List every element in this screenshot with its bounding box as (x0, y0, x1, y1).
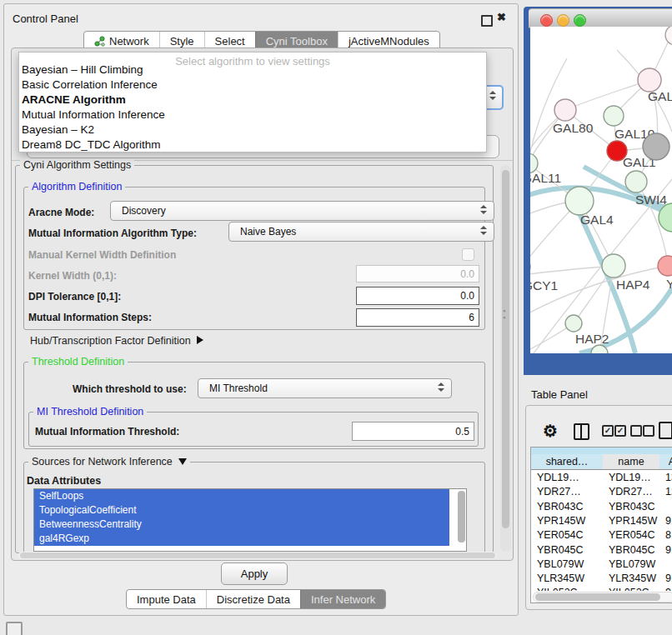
table-cell: YBR043C (603, 500, 659, 514)
network-window-titlebar[interactable] (529, 8, 672, 28)
settings-horizontal-scrollbar-thumb[interactable] (20, 552, 495, 558)
close-window-icon[interactable] (540, 14, 553, 27)
table-horizontal-scrollbar-thumb[interactable] (535, 593, 660, 601)
network-node[interactable] (625, 171, 647, 192)
table-cell: 9. (659, 586, 672, 591)
algorithm-option[interactable]: Mutual Information Inference (22, 108, 165, 121)
table-cell: YBR043C (531, 500, 603, 514)
aracne-mode-value: Discovery (122, 205, 166, 217)
tab-label: Select (215, 35, 245, 48)
algorithm-option[interactable]: Bayesian – K2 (22, 123, 94, 136)
aracne-mode-combo[interactable]: Discovery (110, 201, 494, 221)
table-horizontal-scrollbar[interactable] (533, 592, 672, 602)
algorithm-option[interactable]: Bayesian – Hill Climbing (22, 63, 143, 76)
network-node[interactable] (665, 27, 672, 45)
gear-icon[interactable]: ⚙ (543, 421, 558, 441)
network-node[interactable] (565, 315, 582, 332)
table-column-header[interactable]: shared… (531, 454, 604, 470)
algorithm-option[interactable]: Basic Correlation Inference (22, 78, 158, 91)
network-edge[interactable] (565, 80, 649, 110)
data-attributes-list[interactable]: SelfLoopsTopologicalCoefficientBetweenne… (33, 488, 467, 552)
table-cell: YDL19… (603, 471, 659, 485)
table-cell: YBR045C (603, 543, 659, 558)
mi-steps-field[interactable]: 6 (356, 308, 479, 327)
table-cell (659, 558, 672, 572)
table-rows: YDL19…YDL19…13YDR27…YDR27…12YBR043CYBR04… (531, 469, 672, 591)
hub-definition-expander[interactable]: Hub/Transcription Factor Definition (30, 335, 203, 347)
mi-threshold-field[interactable]: 0.5 (352, 422, 474, 441)
table-cell: YLR345W (531, 572, 603, 586)
table-cell: YIL052C (603, 586, 659, 591)
table-row[interactable]: YLR345WYLR345W9. (531, 572, 672, 586)
float-window-icon[interactable] (481, 15, 493, 27)
which-threshold-combo[interactable]: MI Threshold (198, 378, 452, 398)
table-row[interactable]: YIL052CYIL052C9. (531, 586, 672, 591)
table-column-header[interactable]: name (603, 454, 660, 470)
spinner-arrows-icon (480, 226, 487, 235)
control-panel: Control Panel ✖ NetworkStyleSelectCyni T… (3, 3, 519, 616)
network-canvas[interactable]: GALGAL80GAL10GAL1GAL11SWI4GAL4GCY1HAP4YH… (530, 27, 672, 353)
new-document-icon[interactable] (659, 422, 672, 439)
network-node[interactable] (638, 68, 661, 92)
checked-box-icon[interactable]: ✓ (602, 425, 614, 437)
attribute-list-item[interactable]: TopologicalCoefficient (34, 503, 449, 518)
table-cell: YIL052C (531, 586, 603, 591)
tab-infer-network[interactable]: Infer Network (300, 590, 385, 608)
sources-expander[interactable]: Sources for Network Inference (28, 456, 190, 468)
algorithm-option[interactable]: ARACNE Algorithm (22, 93, 126, 106)
table-row[interactable]: YBR045CYBR045C9. (531, 543, 672, 558)
kernel-width-field[interactable]: 0.0 (356, 265, 479, 282)
algorithm-option[interactable]: Dream8 DC_TDC Algorithm (22, 138, 161, 151)
network-node[interactable] (554, 99, 576, 121)
table-row[interactable]: YDR27…YDR27…12 (531, 485, 672, 499)
table-header-strip (531, 448, 672, 454)
tab-label: Style (170, 35, 194, 48)
manual-kernel-width-checkbox[interactable] (462, 248, 474, 261)
network-node-label: Y (666, 277, 672, 291)
group-title: Threshold Definition (28, 356, 128, 368)
network-node-label: GAL80 (553, 121, 594, 135)
mi-algorithm-type-combo[interactable]: Naive Bayes (228, 222, 494, 242)
apply-button[interactable]: Apply (221, 562, 288, 585)
table-cell: 12 (659, 485, 672, 499)
network-node-label: GAL4 (580, 212, 614, 227)
table-row[interactable]: YBR043CYBR043C (531, 500, 672, 514)
table-row[interactable]: YPR145WYPR145W9. (531, 514, 672, 528)
minimize-window-icon[interactable] (557, 14, 569, 27)
attribute-list-item[interactable]: SelfLoops (34, 489, 449, 503)
network-node[interactable] (604, 106, 624, 126)
settings-vertical-scrollbar-thumb[interactable] (502, 170, 509, 528)
restore-panel-icon[interactable] (6, 622, 23, 635)
network-node-label: GAL11 (530, 171, 561, 185)
tab-discretize-data[interactable]: Discretize Data (206, 590, 300, 608)
split-columns-icon[interactable] (574, 423, 589, 440)
list-scrollbar-thumb[interactable] (458, 491, 465, 542)
zoom-window-icon[interactable] (574, 14, 586, 27)
network-icon (94, 36, 105, 47)
network-node[interactable] (643, 133, 669, 160)
table-row[interactable]: YBL079WYBL079W (531, 558, 672, 572)
network-node[interactable] (602, 254, 625, 278)
table-cell: 9. (659, 543, 672, 558)
table-cell: 8. (659, 528, 672, 542)
network-node[interactable] (658, 256, 672, 276)
table-cell: YPR145W (603, 514, 659, 528)
tab-label: Cyni Toolbox (266, 35, 328, 48)
attribute-list-item[interactable]: BetweennessCentrality (34, 518, 449, 532)
unchecked-box-icon[interactable] (643, 425, 654, 437)
table-row[interactable]: YER054CYER054C8. (531, 528, 672, 542)
dpi-tolerance-field[interactable]: 0.0 (356, 287, 479, 305)
mi-steps-label: Mutual Information Steps: (28, 312, 152, 323)
network-node[interactable] (565, 187, 594, 215)
table-cell: YBR045C (531, 543, 603, 558)
tab-impute-data[interactable]: Impute Data (127, 590, 206, 608)
close-icon[interactable]: ✖ (497, 11, 506, 23)
unchecked-box-icon[interactable] (630, 425, 642, 437)
mi-algorithm-type-label: Mutual Information Algorithm Type: (28, 228, 197, 239)
network-node-label: SWI4 (635, 192, 667, 207)
attribute-list-item[interactable]: gal4RGexp (34, 532, 449, 546)
table-row[interactable]: YDL19…YDL19…13 (531, 471, 672, 485)
table-column-header[interactable]: A (659, 454, 672, 470)
splitter-handle[interactable]: ▪▪ (503, 308, 507, 314)
checked-box-icon[interactable]: ✓ (614, 425, 626, 437)
